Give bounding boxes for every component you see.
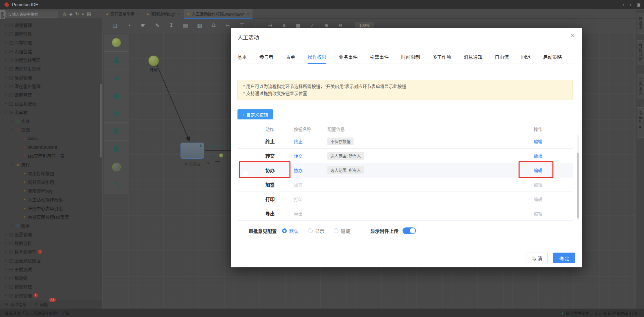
chevron-down-icon[interactable]: ▾ [10, 163, 15, 166]
format-brush-icon[interactable]: ✎ [155, 22, 160, 29]
pan-hand-icon[interactable]: ☛ [141, 22, 146, 29]
new-resource-icon[interactable]: ◈ [69, 11, 72, 16]
chevron-right-icon[interactable]: ▸ [10, 119, 15, 122]
refresh-icon[interactable]: ↻ [75, 11, 79, 16]
nav-back-icon[interactable]: ‹ [623, 2, 624, 7]
add-custom-button[interactable]: + 自定义按钮 [237, 109, 273, 119]
tree-item[interactable]: ▸◳数据分析 [0, 239, 102, 247]
dialog-tab[interactable]: 引擎事件 [370, 50, 389, 63]
tree-item[interactable]: ▸⚙服务 [0, 221, 102, 230]
chevron-right-icon[interactable]: ▸ [3, 102, 8, 105]
tree-item[interactable]: ▸▤实体 [0, 116, 102, 125]
button-name-link[interactable]: 打印 [294, 196, 327, 202]
tree-item[interactable]: ●class [0, 134, 102, 143]
chevron-right-icon[interactable]: ▸ [10, 224, 15, 227]
chevron-right-icon[interactable]: ▸ [3, 294, 8, 297]
edit-link[interactable]: 编辑 [534, 138, 573, 145]
tree-item[interactable]: ▸◳流程创建 [0, 47, 102, 55]
confirm-button[interactable]: 确 定 [553, 253, 575, 263]
tree-item[interactable]: ▸◳请假管理 [0, 90, 102, 99]
copy-icon[interactable]: ◫ [112, 22, 118, 29]
right-panel-tab[interactable]: 离线资源 [637, 40, 644, 65]
button-name-link[interactable]: 导出 [294, 210, 327, 217]
align-bottom-icon[interactable]: ⊥ [253, 22, 259, 29]
tree-item[interactable]: ●人工活动操作权限 [0, 195, 102, 204]
tree-item[interactable]: ▸◳培训管理 [0, 73, 102, 82]
button-name-link[interactable]: 协办 [294, 167, 327, 173]
dialog-tab[interactable]: 表单 [286, 50, 295, 63]
button-name-link[interactable]: 转交 [294, 153, 327, 159]
palette-start-event[interactable] [104, 34, 129, 52]
dialog-tab[interactable]: 参与者 [259, 50, 273, 63]
end-event-icon[interactable] [219, 153, 223, 158]
rename-pencil-icon[interactable]: ✎ [207, 161, 211, 166]
zoom-in-icon[interactable]: ⊕ [324, 22, 329, 29]
table-scrollbar-thumb[interactable] [577, 153, 579, 218]
palette-letter-e-tool[interactable]: E [104, 123, 129, 141]
tree-item[interactable]: ▾◈流程 [0, 160, 102, 169]
palette-annotation-note[interactable]: ✎ [104, 176, 129, 194]
manual-activity-icon[interactable]: ♟ [210, 144, 214, 149]
chevron-right-icon[interactable]: ▸ [3, 84, 8, 88]
zoom-out-icon[interactable]: ⊖ [338, 22, 343, 29]
list-view-icon[interactable]: ≡ [82, 11, 84, 16]
dialog-tab[interactable]: 启动策略 [543, 50, 562, 63]
manual-activity-node[interactable]: ♟ [180, 143, 204, 159]
tree-item[interactable]: ▸◳稀饭粥 [0, 273, 102, 282]
sidebar-scrollbar[interactable] [100, 84, 102, 158]
radio-option[interactable]: 显示 [308, 227, 324, 234]
chevron-right-icon[interactable]: ▸ [3, 241, 8, 245]
palette-manual-activity[interactable]: ♟ [104, 52, 129, 69]
tree-item[interactable]: ▸◳认证和授权 [0, 99, 102, 108]
chevron-right-icon[interactable]: ▸ [3, 41, 8, 44]
table-scrollbar[interactable] [577, 135, 579, 220]
palette-end-event[interactable] [104, 158, 129, 176]
radio-option[interactable]: 默认 [282, 227, 299, 234]
tree-item[interactable]: ●导出打印按钮 [0, 169, 102, 177]
decision-gateway-icon[interactable]: ◈ [219, 144, 223, 149]
tree-item[interactable]: ●审批页面按钮tab宽度 [0, 212, 102, 221]
radio-option[interactable]: 隐藏 [334, 227, 350, 234]
paste-clipboard-icon[interactable]: ◔ [126, 22, 132, 28]
problems-item[interactable]: ≣ 问题 63 [35, 302, 48, 307]
close-icon[interactable]: × [571, 32, 575, 40]
chevron-right-icon[interactable]: ▸ [3, 267, 8, 271]
tree-item[interactable]: ▸◳课程信息 [0, 29, 102, 38]
close-icon[interactable]: × [137, 12, 140, 16]
align-top-icon[interactable]: ⊤ [239, 22, 245, 29]
cancel-button[interactable]: 取 消 [527, 253, 548, 263]
align-left-icon[interactable]: ⊢ [225, 22, 230, 29]
distribute-horizontal-icon[interactable]: ≡ [281, 22, 287, 28]
chevron-right-icon[interactable]: ▸ [3, 75, 8, 79]
dialog-tab[interactable]: 业务事件 [339, 50, 358, 63]
dialog-tab[interactable]: 时间限制 [401, 50, 420, 63]
palette-decision-gateway[interactable]: ◈ [104, 69, 129, 87]
tree-item[interactable]: ▾◳山羊君 [0, 108, 102, 116]
tree-item[interactable]: ●任务中心表单引用 [0, 204, 102, 212]
button-name-link[interactable]: 终止 [294, 138, 327, 145]
close-icon[interactable]: × [247, 12, 249, 16]
start-event-node[interactable] [148, 55, 159, 66]
chevron-right-icon[interactable]: ▸ [3, 276, 8, 279]
chevron-down-icon[interactable]: ▾ [10, 128, 15, 131]
palette-subprocess[interactable]: ⊞ [104, 87, 129, 105]
edit-link[interactable]: 编辑 [534, 196, 573, 202]
chevron-right-icon[interactable]: ▸ [3, 250, 8, 253]
dialog-tab[interactable]: 基本 [237, 50, 247, 63]
resource-change-status[interactable]: ● 资源发生变更， 点击查看,检查时间:17:37 [561, 310, 639, 316]
chevron-right-icon[interactable]: ▸ [3, 23, 8, 27]
file-tab[interactable]: ◆人工活动操作权限.workflowx*× [184, 9, 253, 19]
button-name-link[interactable]: 加签 [294, 181, 327, 188]
edit-link[interactable]: 编辑 [534, 181, 573, 188]
attachment-upload-toggle[interactable] [402, 227, 416, 234]
chevron-right-icon[interactable]: ▸ [3, 58, 8, 61]
tree-item[interactable]: ▸◳王斌测试 [0, 265, 102, 273]
ai-assistant-icon[interactable]: ◎ [63, 11, 66, 16]
tree-item[interactable]: ▸◳销售管理 [0, 282, 102, 291]
file-tab[interactable]: ◆高开表单引用× [103, 9, 143, 19]
tree-item[interactable]: ▸◳潜在客户管理 [0, 82, 102, 90]
dialog-tab[interactable]: 多工作项 [432, 50, 451, 63]
reference-doc-icon[interactable]: ▤ [87, 11, 91, 16]
right-panel-tab[interactable]: 三方服务 [637, 74, 644, 99]
dialog-tab[interactable]: 消息通知 [464, 50, 482, 63]
